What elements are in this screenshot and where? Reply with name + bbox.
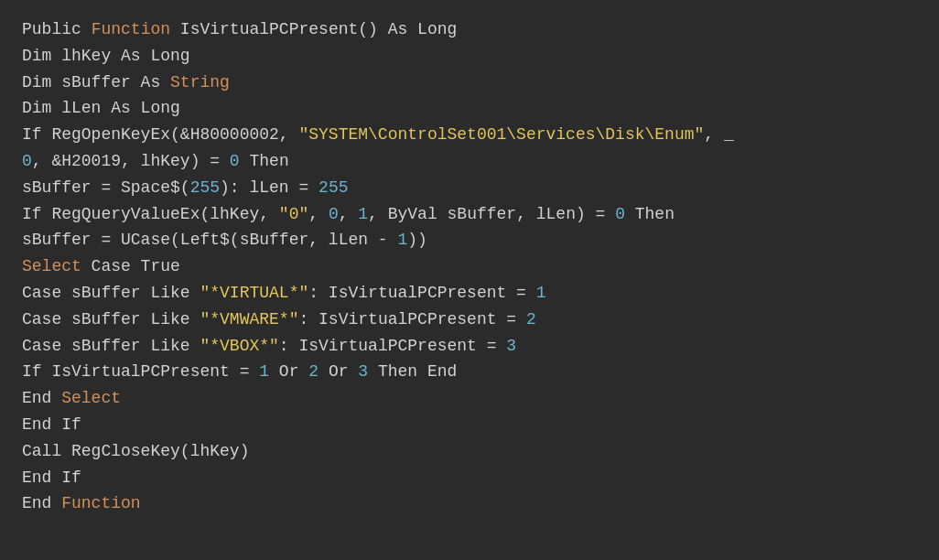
code-segment: , &H20019, lhKey) = — [32, 152, 230, 170]
code-segment: , ByVal sBuffer, lLen) = — [368, 205, 615, 223]
code-segment: Then — [625, 205, 675, 223]
code-segment: 255 — [190, 178, 220, 197]
code-line-7: sBuffer = Space$(255): lLen = 255 — [22, 175, 917, 201]
code-line-19: End Function — [22, 490, 917, 517]
code-segment: Select — [22, 257, 81, 275]
code-segment: If RegQueryValueEx(lhKey, — [22, 205, 279, 223]
code-segment: : IsVirtualPCPresent = — [308, 284, 535, 302]
code-segment: 2 — [308, 362, 318, 381]
code-segment: 0 — [615, 205, 625, 223]
code-segment: End If — [22, 415, 81, 434]
code-segment: 3 — [506, 337, 516, 355]
code-segment: Then — [240, 152, 289, 170]
code-segment: , _ — [704, 125, 733, 144]
code-segment: End If — [22, 468, 81, 487]
code-segment: 1 — [536, 284, 546, 302]
code-segment: 3 — [358, 362, 368, 381]
code-line-14: If IsVirtualPCPresent = 1 Or 2 Or 3 Then… — [22, 359, 917, 385]
code-segment: sBuffer = UCase(Left$(sBuffer, lLen - — [22, 231, 397, 249]
code-line-13: Case sBuffer Like "*VBOX*": IsVirtualPCP… — [22, 333, 917, 360]
code-segment: If IsVirtualPCPresent = — [22, 362, 259, 381]
code-segment: Dim sBuffer As — [22, 73, 170, 92]
code-line-10: Select Case True — [22, 253, 917, 280]
code-segment: Select — [61, 389, 121, 407]
code-line-6: 0, &H20019, lhKey) = 0 Then — [22, 148, 917, 175]
code-segment: IsVirtualPCPresent() As Long — [170, 20, 457, 38]
code-segment: Or — [269, 362, 308, 381]
code-segment: 1 — [358, 205, 368, 223]
code-segment: Function — [61, 494, 140, 512]
code-line-15: End Select — [22, 385, 917, 412]
code-line-5: If RegOpenKeyEx(&H80000002, "SYSTEM\Cont… — [22, 122, 917, 148]
code-segment: 0 — [22, 152, 32, 170]
code-segment: Call RegCloseKey(lhKey) — [22, 442, 249, 460]
code-segment: String — [170, 73, 230, 92]
code-segment: ): lLen = — [220, 178, 318, 197]
code-line-2: Dim lhKey As Long — [22, 43, 917, 70]
code-segment: Case sBuffer Like — [22, 284, 200, 302]
code-segment: Case True — [81, 257, 180, 275]
code-segment: 1 — [259, 362, 269, 381]
code-editor: Public Function IsVirtualPCPresent() As … — [0, 0, 939, 560]
code-segment: )) — [407, 231, 427, 249]
code-segment: 0 — [329, 205, 339, 223]
code-segment: : IsVirtualPCPresent = — [279, 337, 506, 355]
code-line-16: End If — [22, 412, 917, 438]
code-line-3: Dim sBuffer As String — [22, 70, 917, 96]
code-segment: Case sBuffer Like — [22, 310, 200, 328]
code-line-8: If RegQueryValueEx(lhKey, "0", 0, 1, ByV… — [22, 201, 917, 228]
code-segment: 255 — [318, 178, 348, 197]
code-segment: : IsVirtualPCPresent = — [298, 310, 525, 328]
code-segment: Dim lLen As Long — [22, 99, 180, 117]
code-segment: 0 — [230, 152, 240, 170]
code-line-1: Public Function IsVirtualPCPresent() As … — [22, 16, 917, 43]
code-segment: 1 — [397, 231, 407, 249]
code-segment: 2 — [526, 310, 536, 328]
code-line-4: Dim lLen As Long — [22, 95, 917, 122]
code-segment: End — [22, 494, 61, 512]
code-segment: "SYSTEM\ControlSet001\Services\Disk\Enum… — [298, 125, 704, 144]
code-segment: Case sBuffer Like — [22, 337, 200, 355]
code-segment: sBuffer = Space$( — [22, 178, 190, 197]
code-segment: Then End — [368, 362, 457, 381]
code-segment: Function — [92, 20, 170, 38]
code-segment: "*VIRTUAL*" — [200, 284, 308, 302]
code-line-11: Case sBuffer Like "*VIRTUAL*": IsVirtual… — [22, 280, 917, 307]
code-segment: Or — [318, 362, 358, 381]
code-line-9: sBuffer = UCase(Left$(sBuffer, lLen - 1)… — [22, 227, 917, 253]
code-segment: , — [339, 205, 359, 223]
code-line-18: End If — [22, 465, 917, 491]
code-line-17: Call RegCloseKey(lhKey) — [22, 438, 917, 465]
code-segment: If RegOpenKeyEx(&H80000002, — [22, 125, 298, 144]
code-segment: Dim lhKey As Long — [22, 47, 190, 65]
code-segment: "0" — [279, 205, 308, 223]
code-segment: End — [22, 389, 61, 407]
code-line-12: Case sBuffer Like "*VMWARE*": IsVirtualP… — [22, 307, 917, 333]
code-segment: , — [308, 205, 329, 223]
code-segment: "*VMWARE*" — [200, 310, 298, 328]
code-segment: "*VBOX*" — [200, 337, 278, 355]
code-segment: Public — [22, 20, 92, 38]
